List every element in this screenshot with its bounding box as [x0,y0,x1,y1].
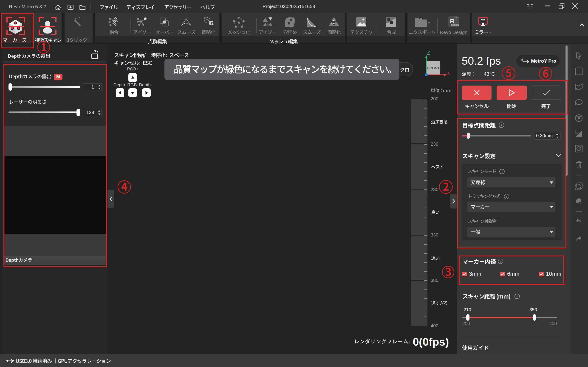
svg-text:DESIGN: DESIGN [451,24,459,26]
